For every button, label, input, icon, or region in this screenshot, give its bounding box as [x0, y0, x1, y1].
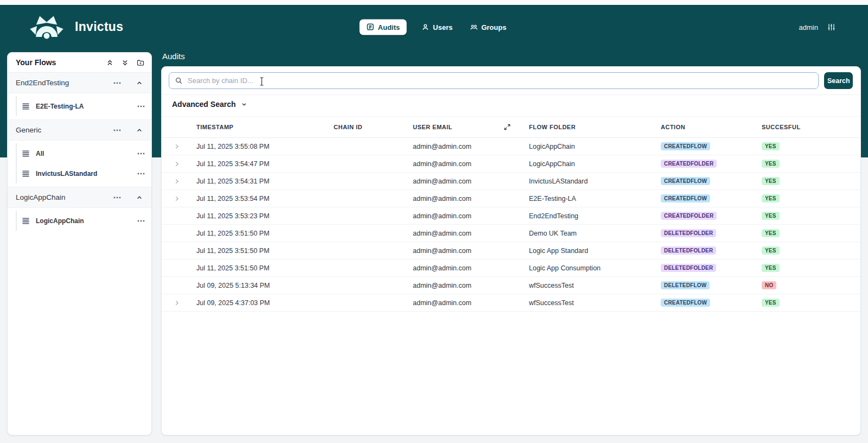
folder-collapse-chevron-icon[interactable]: [135, 126, 144, 135]
cell-action: DELETEDFOLDER: [661, 264, 762, 272]
sidebar-tools: [106, 59, 144, 66]
flow-folder-end2endtesting[interactable]: End2EndTesting: [8, 73, 151, 93]
flow-item-menu-icon[interactable]: [136, 219, 146, 223]
flow-item-menu-icon[interactable]: [136, 104, 146, 109]
action-badge: CREATEDFLOW: [661, 177, 710, 185]
folder-collapse-chevron-icon[interactable]: [135, 193, 144, 202]
cell-action: CREATEDFOLDER: [661, 160, 762, 168]
sidebar-title: Your Flows: [16, 58, 106, 67]
search-button[interactable]: Search: [824, 72, 853, 89]
folder-menu-icon[interactable]: [112, 81, 122, 85]
flow-folder-name: LogicAppChain: [16, 193, 112, 201]
cell-user-email: admin@admin.com: [413, 178, 529, 185]
col-header-user-email: USER EMAIL: [413, 124, 529, 130]
table-row[interactable]: Jul 11, 2025 3:53:54 PM admin@admin.com …: [162, 190, 860, 207]
flow-folder-logicappchain[interactable]: LogicAppChain: [8, 187, 151, 208]
diagonal-arrows-icon[interactable]: [504, 124, 510, 130]
header-right: admin: [799, 23, 835, 31]
flow-item-invictuslastandard[interactable]: InvictusLAStandard: [17, 163, 151, 183]
person-icon: [422, 23, 429, 30]
stack-icon: [22, 103, 30, 110]
add-folder-icon[interactable]: [137, 59, 144, 66]
row-expand-chevron-icon[interactable]: [174, 195, 196, 202]
flow-items: LogicAppChain: [16, 211, 151, 231]
sidebar-header: Your Flows: [8, 53, 151, 73]
nav-tab-audits[interactable]: Audits: [360, 19, 407, 35]
flow-group: LogicAppChain LogicAppChain: [8, 187, 151, 231]
flow-item-all[interactable]: All: [17, 143, 151, 163]
chevron-down-icon: [241, 101, 247, 107]
audits-table: TIMESTAMP CHAIN ID USER EMAIL FLOW FOLDE…: [162, 116, 860, 312]
cell-user-email: admin@admin.com: [413, 143, 529, 150]
cell-user-email: admin@admin.com: [413, 282, 529, 289]
flow-item-label: E2E-Testing-LA: [36, 103, 136, 110]
app-root: Invictus Audits User: [0, 0, 868, 443]
divider: [162, 94, 860, 95]
audit-log-icon: [367, 23, 374, 31]
flow-item-label: InvictusLAStandard: [36, 170, 136, 178]
cell-flow-folder: Logic App Standard: [529, 247, 661, 255]
row-expand-chevron-icon[interactable]: [174, 143, 196, 150]
action-badge: CREATEDFLOW: [661, 142, 710, 150]
col-header-flow-folder: FLOW FOLDER: [529, 124, 661, 130]
action-badge: CREATEDFLOW: [661, 299, 710, 307]
flow-item-menu-icon[interactable]: [136, 172, 146, 176]
flow-group: Generic All: [8, 119, 151, 183]
table-row[interactable]: Jul 11, 2025 3:51:50 PM admin@admin.com …: [162, 260, 860, 277]
folder-menu-icon[interactable]: [112, 128, 122, 132]
flow-items: E2E-Testing-LA: [16, 96, 151, 116]
collapse-all-icon[interactable]: [106, 59, 113, 66]
cell-action: DELETEDFLOW: [661, 281, 762, 289]
nav-tab-users[interactable]: Users: [420, 19, 455, 35]
nav-tab-groups[interactable]: Groups: [468, 19, 508, 35]
cell-timestamp: Jul 11, 2025 3:53:23 PM: [196, 212, 334, 220]
flows-sidebar: Your Flows: [7, 52, 152, 435]
search-box: [169, 72, 819, 89]
cell-flow-folder: InvictusLAStandard: [529, 178, 661, 185]
table-row[interactable]: Jul 11, 2025 3:54:31 PM admin@admin.com …: [162, 173, 860, 190]
expand-all-icon[interactable]: [122, 59, 129, 66]
col-header-succesful: SUCCESFUL: [762, 124, 860, 130]
table-row[interactable]: Jul 09, 2025 5:13:34 PM admin@admin.com …: [162, 277, 860, 294]
folder-menu-icon[interactable]: [112, 195, 122, 200]
magnifier-icon: [175, 77, 182, 84]
succesful-badge: YES: [762, 177, 780, 185]
succesful-badge: YES: [762, 299, 780, 307]
flow-folder-generic[interactable]: Generic: [8, 119, 151, 141]
flow-item-logicappchain[interactable]: LogicAppChain: [17, 211, 151, 231]
table-header-row: TIMESTAMP CHAIN ID USER EMAIL FLOW FOLDE…: [162, 116, 860, 138]
cell-timestamp: Jul 11, 2025 3:51:50 PM: [196, 264, 334, 272]
action-badge: DELETEDFLOW: [661, 281, 710, 289]
action-badge: CREATEDFOLDER: [661, 160, 717, 168]
cell-timestamp: Jul 11, 2025 3:53:54 PM: [196, 195, 334, 202]
succesful-badge: YES: [762, 160, 780, 168]
settings-sliders-icon[interactable]: [827, 23, 835, 31]
cell-flow-folder: LogicAppChain: [529, 160, 661, 168]
stack-icon: [22, 150, 30, 157]
table-row[interactable]: Jul 11, 2025 3:55:08 PM admin@admin.com …: [162, 138, 860, 155]
cell-succesful: YES: [762, 160, 860, 168]
row-expand-chevron-icon[interactable]: [174, 300, 196, 306]
cell-flow-folder: E2E-Testing-LA: [529, 195, 661, 202]
table-row[interactable]: Jul 09, 2025 4:37:03 PM admin@admin.com …: [162, 294, 860, 312]
flow-folder-name: Generic: [16, 126, 112, 134]
folder-collapse-chevron-icon[interactable]: [135, 79, 144, 87]
main-nav: Audits Users: [360, 19, 509, 35]
table-row[interactable]: Jul 11, 2025 3:53:23 PM admin@admin.com …: [162, 207, 860, 225]
search-input[interactable]: [187, 76, 812, 85]
flow-item-e2e-testing-la[interactable]: E2E-Testing-LA: [17, 96, 151, 116]
advanced-search-toggle[interactable]: Advanced Search: [172, 100, 247, 109]
col-header-user-email-label: USER EMAIL: [413, 124, 452, 130]
succesful-badge: YES: [762, 229, 780, 237]
brand: Invictus: [29, 15, 123, 39]
table-row[interactable]: Jul 11, 2025 3:51:50 PM admin@admin.com …: [162, 242, 860, 260]
flow-item-menu-icon[interactable]: [136, 151, 146, 156]
succesful-badge: YES: [762, 246, 780, 255]
stack-icon: [22, 217, 30, 225]
row-expand-chevron-icon[interactable]: [174, 161, 196, 167]
cell-timestamp: Jul 09, 2025 4:37:03 PM: [196, 299, 334, 307]
table-row[interactable]: Jul 11, 2025 3:51:50 PM admin@admin.com …: [162, 225, 860, 242]
invictus-logo-icon: [29, 15, 64, 39]
table-row[interactable]: Jul 11, 2025 3:54:47 PM admin@admin.com …: [162, 155, 860, 173]
row-expand-chevron-icon[interactable]: [174, 178, 196, 185]
